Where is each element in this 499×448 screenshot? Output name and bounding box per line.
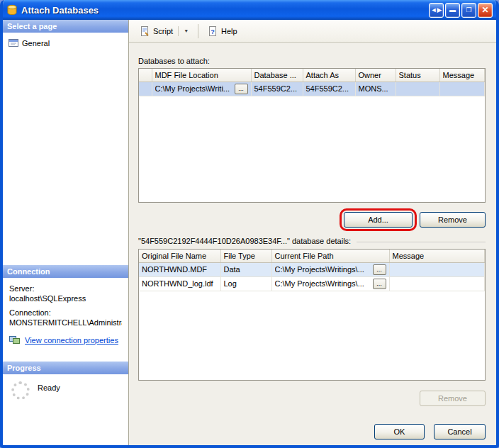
attach-as-cell[interactable]: 54F559C2... bbox=[303, 82, 355, 96]
attach-grid-buttons: Add... Remove bbox=[138, 211, 486, 228]
minimize-button[interactable]: ▬ bbox=[445, 3, 460, 18]
general-page-icon bbox=[9, 38, 18, 47]
databases-to-attach-grid[interactable]: MDF File Location Database ... Attach As… bbox=[138, 68, 486, 203]
current-file-path-value: C:\My Projects\Writings\... bbox=[275, 265, 371, 274]
details-separator-line bbox=[357, 242, 486, 243]
select-a-page-header: Select a page bbox=[3, 20, 128, 33]
browse-mdf-button[interactable]: ... bbox=[235, 84, 248, 94]
progress-panel: Ready bbox=[3, 374, 128, 445]
database-details-label: "54F559C2192F4444F10D26A0983E34F..." dat… bbox=[138, 237, 351, 245]
ok-button[interactable]: OK bbox=[374, 424, 425, 439]
close-button[interactable]: ✕ bbox=[478, 3, 493, 18]
nav-arrows-button[interactable]: ◄▶ bbox=[429, 3, 444, 18]
attach-grid-row[interactable]: C:\My Projects\Writi... ... 54F559C2... … bbox=[139, 82, 485, 96]
databases-to-attach-label: Databases to attach: bbox=[138, 57, 486, 65]
content-area: Databases to attach: MDF File Location bbox=[129, 43, 496, 445]
window-title: Attach Databases bbox=[21, 5, 99, 16]
server-label: Server: bbox=[9, 284, 122, 293]
cancel-button[interactable]: Cancel bbox=[434, 424, 486, 439]
details-grid-row[interactable]: NORTHWND.MDF Data C:\My Projects\Writing… bbox=[139, 262, 485, 276]
add-button[interactable]: Add... bbox=[344, 212, 413, 228]
mdf-file-location-cell[interactable]: C:\My Projects\Writi... ... bbox=[152, 82, 251, 96]
sidebar-item-general[interactable]: General bbox=[6, 37, 125, 49]
attach-databases-dialog: Attach Databases ◄▶ ▬ ❐ ✕ Select a page bbox=[0, 0, 499, 448]
file-type-cell[interactable]: Data bbox=[220, 262, 271, 276]
help-icon: ? bbox=[208, 26, 218, 36]
dialog-buttons: OK Cancel bbox=[138, 424, 486, 439]
page-list: General bbox=[3, 33, 128, 265]
owner-cell[interactable]: MONS... bbox=[355, 82, 396, 96]
current-file-path-cell[interactable]: C:\My Projects\Writings\... ... bbox=[271, 276, 389, 291]
server-value: localhost\SQLExpress bbox=[9, 294, 122, 303]
script-button-label: Script bbox=[153, 27, 173, 35]
row-selector-cell[interactable] bbox=[139, 82, 152, 96]
status-cell bbox=[396, 82, 439, 96]
browse-log-file-button[interactable]: ... bbox=[373, 279, 386, 289]
sidebar: Select a page General Connection bbox=[3, 20, 129, 445]
database-icon bbox=[6, 4, 18, 16]
connection-header: Connection bbox=[3, 265, 128, 278]
browse-data-file-button[interactable]: ... bbox=[373, 264, 386, 275]
details-remove-button: Remove bbox=[420, 391, 486, 406]
progress-header: Progress bbox=[3, 362, 128, 374]
details-message-cell bbox=[389, 276, 485, 291]
chevron-down-icon: ▼ bbox=[184, 28, 189, 33]
help-button[interactable]: ? Help bbox=[203, 23, 242, 39]
database-details-row: "54F559C2192F4444F10D26A0983E34F..." dat… bbox=[138, 236, 486, 246]
connection-label: Connection: bbox=[9, 308, 122, 317]
column-header-attach-as: Attach As bbox=[303, 69, 355, 82]
column-header-current-file-path: Current File Path bbox=[271, 250, 389, 262]
script-icon bbox=[140, 26, 150, 36]
database-details-grid[interactable]: Original File Name File Type Current Fil… bbox=[138, 249, 486, 381]
column-header-row-selector bbox=[139, 69, 152, 82]
details-grid-row[interactable]: NORTHWND_log.ldf Log C:\My Projects\Writ… bbox=[139, 276, 485, 291]
column-header-file-type: File Type bbox=[220, 250, 271, 262]
column-header-mdf-file-location: MDF File Location bbox=[152, 69, 251, 82]
sidebar-item-label: General bbox=[22, 39, 50, 47]
main-pane: Script ▼ ? Help Databases bbox=[129, 20, 496, 445]
title-bar[interactable]: Attach Databases ◄▶ ▬ ❐ ✕ bbox=[3, 0, 496, 20]
progress-spinner-icon bbox=[11, 381, 30, 400]
toolbar: Script ▼ ? Help bbox=[129, 20, 496, 43]
details-grid-buttons: Remove bbox=[138, 391, 486, 406]
column-header-owner: Owner bbox=[355, 69, 396, 82]
column-header-message: Message bbox=[439, 69, 485, 82]
file-type-cell[interactable]: Log bbox=[220, 276, 271, 291]
current-file-path-cell[interactable]: C:\My Projects\Writings\... ... bbox=[271, 262, 389, 276]
details-grid-header-row: Original File Name File Type Current Fil… bbox=[139, 250, 485, 262]
original-file-name-cell[interactable]: NORTHWND_log.ldf bbox=[139, 276, 220, 291]
attach-grid-header-row: MDF File Location Database ... Attach As… bbox=[139, 69, 485, 82]
connection-value: MONSTERMITCHELL\Administra bbox=[9, 318, 122, 327]
view-connection-properties-link[interactable]: View connection properties bbox=[9, 335, 122, 345]
progress-status: Ready bbox=[38, 383, 60, 392]
remove-button[interactable]: Remove bbox=[420, 212, 486, 228]
maximize-button[interactable]: ❐ bbox=[461, 3, 476, 18]
window-controls: ◄▶ ▬ ❐ ✕ bbox=[429, 3, 493, 18]
help-button-label: Help bbox=[221, 27, 237, 35]
column-header-database: Database ... bbox=[251, 69, 303, 82]
toolbar-separator bbox=[198, 24, 198, 38]
view-connection-properties-label: View connection properties bbox=[25, 336, 118, 345]
message-cell bbox=[439, 82, 485, 96]
script-button-divider bbox=[178, 26, 179, 36]
current-file-path-value: C:\My Projects\Writings\... bbox=[275, 279, 371, 288]
mdf-file-location-value: C:\My Projects\Writi... bbox=[155, 84, 232, 93]
column-header-status: Status bbox=[396, 69, 439, 82]
details-message-cell bbox=[389, 262, 485, 276]
connection-properties-icon bbox=[9, 335, 21, 345]
script-button[interactable]: Script ▼ bbox=[135, 23, 194, 39]
column-header-details-message: Message bbox=[389, 250, 485, 262]
original-file-name-cell[interactable]: NORTHWND.MDF bbox=[139, 262, 220, 276]
column-header-original-file-name: Original File Name bbox=[139, 250, 220, 262]
connection-panel: Server: localhost\SQLExpress Connection:… bbox=[3, 278, 128, 362]
svg-text:?: ? bbox=[211, 28, 215, 35]
database-cell[interactable]: 54F559C2... bbox=[251, 82, 303, 96]
